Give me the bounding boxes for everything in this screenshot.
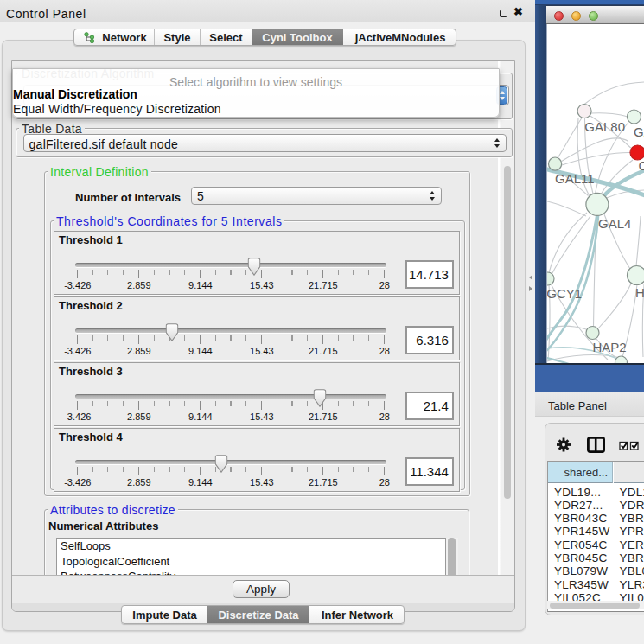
svg-text:GCY1: GCY1 xyxy=(547,286,582,301)
svg-text:HAP2: HAP2 xyxy=(593,340,627,354)
svg-text:GAL80: GAL80 xyxy=(584,119,625,134)
svg-text:GAL4: GAL4 xyxy=(598,216,631,231)
svg-text:GA: GA xyxy=(634,124,644,139)
svg-text:GAL11: GAL11 xyxy=(555,171,595,186)
svg-text:C: C xyxy=(639,158,644,173)
svg-text:HA: HA xyxy=(635,285,644,300)
